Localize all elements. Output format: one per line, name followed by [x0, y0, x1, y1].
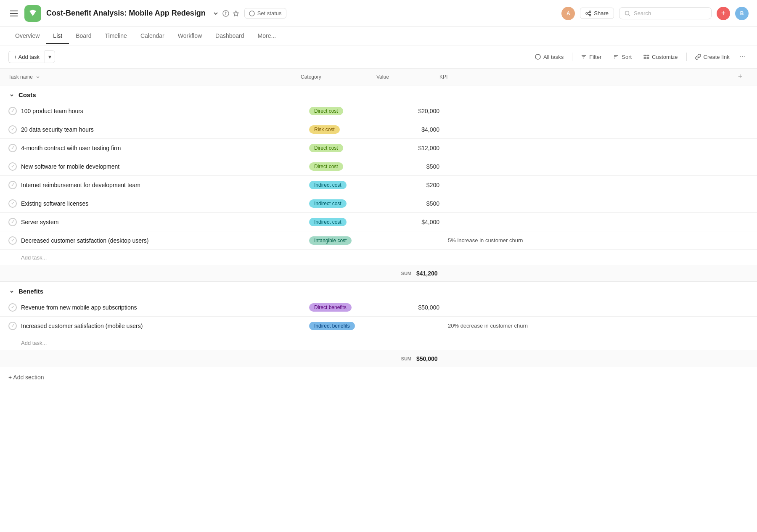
category-badge: Indirect cost — [309, 199, 347, 208]
tab-board[interactable]: Board — [69, 28, 98, 44]
task-name: Increased customer satisfaction (mobile … — [21, 323, 143, 329]
category-badge: Intangible cost — [309, 236, 352, 245]
add-task-inline-costs[interactable]: Add task... — [8, 254, 47, 261]
svg-point-10 — [625, 11, 629, 15]
task-category-col: Risk cost — [309, 125, 385, 134]
section-costs: Costs ✓ 100 product team hours Direct co… — [0, 85, 757, 282]
section-costs-toggle[interactable] — [8, 92, 15, 98]
sum-label: SUM — [391, 271, 413, 276]
task-name: Revenue from new mobile app subscription… — [21, 304, 137, 311]
table-row: ✓ Increased customer satisfaction (mobil… — [0, 317, 757, 335]
search-placeholder: Search — [634, 10, 651, 16]
sum-row-costs: SUM $41,200 — [0, 265, 757, 282]
task-name: Decreased customer satisfaction (desktop… — [21, 237, 148, 244]
svg-rect-21 — [647, 55, 649, 56]
add-task-caret[interactable]: ▾ — [45, 50, 55, 63]
task-name-col: ✓ Existing software licenses — [8, 199, 309, 208]
task-name-col: ✓ New software for mobile development — [8, 162, 309, 171]
task-checkbox[interactable]: ✓ — [8, 236, 17, 245]
table-row: ✓ Server system Indirect cost $4,000 — [0, 213, 757, 231]
toolbar: + Add task ▾ All tasks Filter Sort Custo… — [0, 45, 757, 69]
col-add-button[interactable]: + — [732, 72, 749, 81]
task-checkbox[interactable]: ✓ — [8, 107, 17, 115]
task-name: 20 data security team hours — [21, 126, 94, 133]
title-actions — [212, 10, 239, 17]
task-name: Existing software licenses — [21, 200, 88, 207]
customize-icon — [643, 54, 649, 60]
task-checkbox[interactable]: ✓ — [8, 218, 17, 226]
table-row: ✓ Existing software licenses Indirect co… — [0, 194, 757, 213]
task-value-col: $500 — [385, 200, 448, 207]
hamburger-menu[interactable] — [8, 9, 19, 18]
star-icon[interactable] — [233, 10, 239, 17]
tab-calendar[interactable]: Calendar — [134, 28, 171, 44]
col-chevron-icon[interactable] — [35, 74, 40, 79]
add-section-button[interactable]: + Add section — [0, 367, 757, 387]
tab-list[interactable]: List — [46, 28, 69, 44]
col-value-header: Value — [376, 74, 439, 80]
task-name-col: ✓ Server system — [8, 218, 309, 226]
task-checkbox[interactable]: ✓ — [8, 125, 17, 134]
svg-point-7 — [589, 14, 591, 16]
search-box[interactable]: Search — [619, 7, 712, 19]
task-checkbox[interactable]: ✓ — [8, 322, 17, 330]
section-costs-header: Costs — [0, 85, 757, 102]
all-tasks-button[interactable]: All tasks — [530, 51, 569, 63]
svg-rect-19 — [644, 55, 646, 56]
section-benefits-toggle[interactable] — [8, 288, 15, 295]
task-checkbox[interactable]: ✓ — [8, 303, 17, 312]
task-kpi-col: 20% decrease in customer churn — [448, 323, 749, 329]
section-benefits: Benefits ✓ Revenue from new mobile app s… — [0, 282, 757, 367]
add-task-inline-benefits[interactable]: Add task... — [8, 340, 47, 346]
customize-button[interactable]: Customize — [638, 51, 683, 63]
task-checkbox[interactable]: ✓ — [8, 162, 17, 171]
tab-timeline[interactable]: Timeline — [98, 28, 134, 44]
search-icon — [625, 11, 630, 16]
app-logo — [24, 5, 41, 22]
share-button[interactable]: Share — [580, 8, 614, 19]
set-status-button[interactable]: Set status — [244, 8, 286, 19]
sum-value-costs: $41,200 — [416, 270, 446, 277]
task-name: Server system — [21, 219, 58, 225]
chevron-down-icon[interactable] — [212, 10, 219, 17]
circle-icon — [535, 54, 541, 60]
tab-overview[interactable]: Overview — [8, 28, 46, 44]
table-row: ✓ Revenue from new mobile app subscripti… — [0, 298, 757, 317]
sort-icon — [613, 54, 619, 60]
task-checkbox[interactable]: ✓ — [8, 181, 17, 189]
svg-point-2 — [225, 12, 226, 13]
category-badge: Indirect cost — [309, 181, 347, 189]
svg-rect-20 — [644, 58, 646, 58]
task-name: 4-month contract with user testing firm — [21, 145, 121, 151]
section-benefits-header: Benefits — [0, 282, 757, 298]
task-checkbox[interactable]: ✓ — [8, 144, 17, 152]
table-row: ✓ 4-month contract with user testing fir… — [0, 139, 757, 157]
add-task-button[interactable]: + Add task — [8, 51, 45, 63]
add-section-label: + Add section — [8, 374, 44, 381]
add-task-row-costs: Add task... — [0, 250, 757, 265]
category-badge: Indirect cost — [309, 218, 347, 226]
task-value-col: $4,000 — [385, 219, 448, 225]
task-value-col: $50,000 — [385, 304, 448, 311]
col-category-header: Category — [301, 74, 376, 80]
tab-workflow[interactable]: Workflow — [171, 28, 209, 44]
category-badge: Direct cost — [309, 162, 343, 171]
filter-button[interactable]: Filter — [576, 51, 606, 63]
task-category-col: Indirect cost — [309, 218, 385, 226]
table-row: ✓ Internet reimbursement for development… — [0, 176, 757, 194]
toolbar-right: All tasks Filter Sort Customize Create l… — [530, 50, 749, 63]
sort-button[interactable]: Sort — [608, 51, 637, 63]
task-category-col: Intangible cost — [309, 236, 385, 245]
info-icon[interactable] — [222, 10, 229, 17]
divider-1 — [572, 53, 572, 61]
table-header: Task name Category Value KPI + — [0, 69, 757, 85]
tab-dashboard[interactable]: Dashboard — [209, 28, 251, 44]
table-row: ✓ New software for mobile development Di… — [0, 157, 757, 176]
create-link-button[interactable]: Create link — [690, 51, 735, 63]
more-button[interactable]: ··· — [736, 50, 749, 63]
tab-more[interactable]: More... — [251, 28, 283, 44]
task-name-col: ✓ 100 product team hours — [8, 107, 309, 115]
add-button[interactable]: + — [717, 7, 730, 20]
task-checkbox[interactable]: ✓ — [8, 199, 17, 208]
task-value-col: $4,000 — [385, 126, 448, 133]
